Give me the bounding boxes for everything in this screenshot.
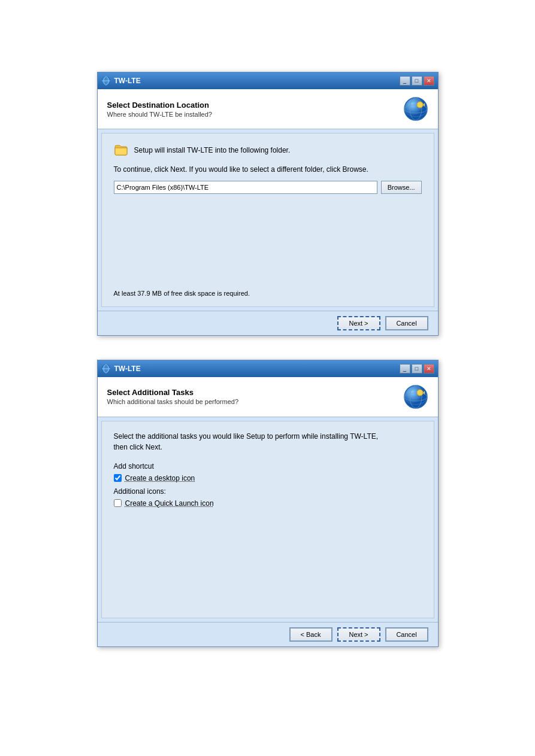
cancel-button-1[interactable]: Cancel <box>385 316 428 330</box>
task-desc-line1: Select the additional tasks you would li… <box>114 432 379 441</box>
globe-icon-1 <box>403 96 428 122</box>
close-button-2[interactable]: ✕ <box>424 364 434 374</box>
window-controls-1: _ □ ✕ <box>400 76 434 86</box>
window-additional-tasks: TW-LTE _ □ ✕ Select Additional Tasks Whi… <box>97 360 439 647</box>
header-subtitle-1: Where should TW-LTE be installed? <box>107 111 212 118</box>
path-input[interactable] <box>114 181 377 194</box>
quick-launch-row: Create a Quick Launch icon <box>114 499 422 508</box>
shortcut-section-label: Add shortcut <box>114 462 422 470</box>
install-info: Setup will install TW-LTE into the follo… <box>114 143 422 157</box>
quick-launch-label[interactable]: Create a Quick Launch icon <box>125 499 214 508</box>
desktop-icon-row: Create a desktop icon <box>114 474 422 482</box>
window-content-2: Select the additional tasks you would li… <box>101 421 434 618</box>
minimize-button-2[interactable]: _ <box>400 364 410 374</box>
close-button-1[interactable]: ✕ <box>424 76 434 86</box>
window-controls-2: _ □ ✕ <box>400 364 434 374</box>
header-title-1: Select Destination Location <box>107 101 212 110</box>
header-text-1: Select Destination Location Where should… <box>107 101 212 118</box>
app-icon-2 <box>101 364 111 374</box>
install-info-text: Setup will install TW-LTE into the follo… <box>134 146 291 154</box>
path-row: Browse... <box>114 181 422 194</box>
disk-space-text: At least 37.9 MB of free disk space is r… <box>114 206 422 297</box>
header-subtitle-2: Which additional tasks should be perform… <box>107 398 239 405</box>
task-desc-line2: then click Next. <box>114 443 162 451</box>
globe-icon-2 <box>403 384 428 409</box>
title-text-1: TW-LTE <box>114 77 396 85</box>
next-button-1[interactable]: Next > <box>337 316 380 330</box>
cancel-button-2[interactable]: Cancel <box>385 627 428 642</box>
folder-icon <box>114 143 128 157</box>
window-destination: TW-LTE _ □ ✕ Select Destination Location… <box>97 72 439 336</box>
minimize-button-1[interactable]: _ <box>400 76 410 86</box>
window-content-1: Setup will install TW-LTE into the follo… <box>101 133 434 307</box>
desktop-icon-label[interactable]: Create a desktop icon <box>125 474 195 482</box>
desktop-icon-checkbox[interactable] <box>114 474 122 482</box>
quick-launch-checkbox[interactable] <box>114 499 122 507</box>
title-bar-2: TW-LTE _ □ ✕ <box>98 360 438 377</box>
svg-point-16 <box>417 390 423 396</box>
svg-point-7 <box>417 102 423 108</box>
task-description: Select the additional tasks you would li… <box>114 431 422 453</box>
title-text-2: TW-LTE <box>114 365 396 373</box>
continue-text: To continue, click Next. If you would li… <box>114 165 422 175</box>
window-footer-2: < Back Next > Cancel <box>98 622 438 646</box>
back-button-2[interactable]: < Back <box>289 627 333 642</box>
maximize-button-1[interactable]: □ <box>412 76 422 86</box>
app-icon-1 <box>101 76 111 86</box>
browse-button[interactable]: Browse... <box>381 181 422 194</box>
header-title-2: Select Additional Tasks <box>107 388 239 397</box>
title-bar-1: TW-LTE _ □ ✕ <box>98 72 438 89</box>
additional-icons-label: Additional icons: <box>114 487 422 496</box>
maximize-button-2[interactable]: □ <box>412 364 422 374</box>
window-header-2: Select Additional Tasks Which additional… <box>98 377 438 417</box>
window-footer-1: Next > Cancel <box>98 311 438 335</box>
window-header-1: Select Destination Location Where should… <box>98 89 438 129</box>
header-text-2: Select Additional Tasks Which additional… <box>107 388 239 405</box>
next-button-2[interactable]: Next > <box>337 627 380 642</box>
